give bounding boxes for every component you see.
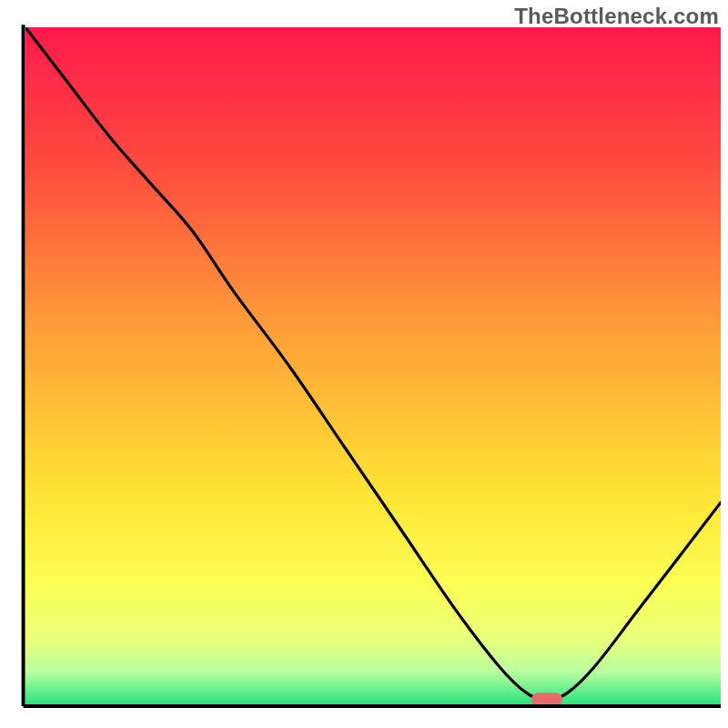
gradient-background: [25, 27, 721, 706]
bottleneck-chart: [0, 0, 728, 728]
chart-frame: TheBottleneck.com: [0, 0, 728, 728]
watermark-text: TheBottleneck.com: [514, 4, 719, 29]
optimal-point-marker: [531, 693, 562, 706]
